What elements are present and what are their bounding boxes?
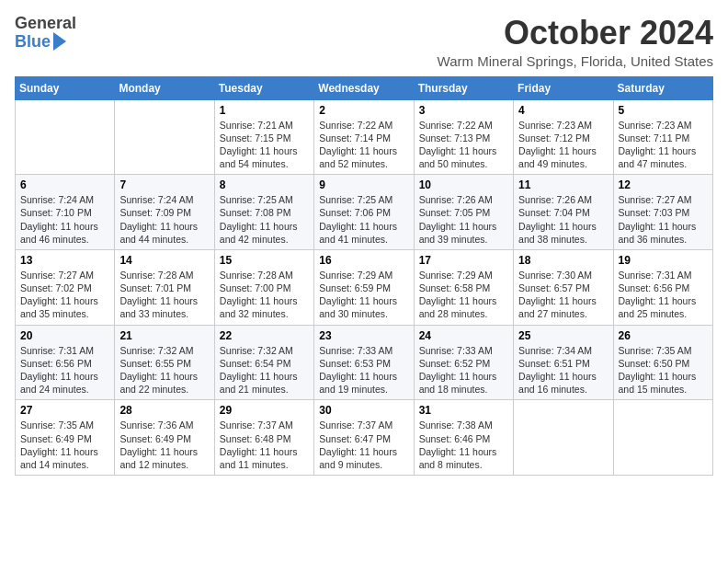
- day-number: 20: [20, 329, 109, 342]
- calendar-cell: 1Sunrise: 7:21 AMSunset: 7:15 PMDaylight…: [214, 99, 313, 175]
- calendar-header: Sunday Monday Tuesday Wednesday Thursday…: [16, 76, 713, 99]
- day-info: Sunrise: 7:26 AMSunset: 7:04 PMDaylight:…: [518, 193, 608, 246]
- day-info: Sunrise: 7:25 AMSunset: 7:08 PMDaylight:…: [220, 193, 309, 246]
- col-saturday: Saturday: [613, 76, 712, 99]
- day-number: 27: [20, 404, 109, 417]
- calendar-cell: 7Sunrise: 7:24 AMSunset: 7:09 PMDaylight…: [115, 175, 214, 250]
- day-info: Sunrise: 7:21 AMSunset: 7:15 PMDaylight:…: [220, 119, 309, 171]
- day-info: Sunrise: 7:22 AMSunset: 7:14 PMDaylight:…: [319, 119, 408, 171]
- day-number: 14: [119, 254, 209, 267]
- calendar-cell: 19Sunrise: 7:31 AMSunset: 6:56 PMDayligh…: [613, 249, 712, 325]
- day-number: 23: [319, 329, 408, 342]
- calendar-week-4: 20Sunrise: 7:31 AMSunset: 6:56 PMDayligh…: [16, 325, 713, 400]
- day-number: 28: [119, 404, 209, 417]
- calendar-week-3: 13Sunrise: 7:27 AMSunset: 7:02 PMDayligh…: [16, 249, 713, 325]
- calendar-cell: 14Sunrise: 7:28 AMSunset: 7:01 PMDayligh…: [115, 249, 214, 325]
- day-info: Sunrise: 7:28 AMSunset: 7:00 PMDaylight:…: [220, 269, 309, 321]
- day-number: 13: [20, 254, 109, 267]
- calendar-cell: 21Sunrise: 7:32 AMSunset: 6:55 PMDayligh…: [115, 325, 214, 400]
- day-number: 3: [419, 104, 508, 117]
- day-number: 31: [419, 404, 508, 417]
- calendar-week-5: 27Sunrise: 7:35 AMSunset: 6:49 PMDayligh…: [16, 400, 713, 476]
- calendar-cell: 4Sunrise: 7:23 AMSunset: 7:12 PMDaylight…: [514, 99, 613, 175]
- day-number: 17: [419, 254, 508, 267]
- day-number: 15: [220, 254, 309, 267]
- calendar-cell: 31Sunrise: 7:38 AMSunset: 6:46 PMDayligh…: [414, 400, 513, 476]
- day-info: Sunrise: 7:30 AMSunset: 6:57 PMDaylight:…: [518, 269, 608, 321]
- day-number: 9: [319, 178, 408, 191]
- calendar-cell: 17Sunrise: 7:29 AMSunset: 6:58 PMDayligh…: [414, 249, 513, 325]
- day-number: 18: [518, 254, 608, 267]
- calendar-cell: [613, 400, 712, 476]
- calendar-week-2: 6Sunrise: 7:24 AMSunset: 7:10 PMDaylight…: [16, 175, 713, 250]
- day-info: Sunrise: 7:38 AMSunset: 6:46 PMDaylight:…: [419, 419, 508, 471]
- day-info: Sunrise: 7:37 AMSunset: 6:47 PMDaylight:…: [319, 419, 408, 471]
- col-tuesday: Tuesday: [214, 76, 313, 99]
- day-info: Sunrise: 7:32 AMSunset: 6:54 PMDaylight:…: [220, 344, 309, 396]
- month-title: October 2024: [438, 15, 713, 52]
- calendar-cell: 6Sunrise: 7:24 AMSunset: 7:10 PMDaylight…: [16, 175, 115, 250]
- logo-general: General: [15, 15, 76, 33]
- location-subtitle: Warm Mineral Springs, Florida, United St…: [438, 53, 713, 69]
- calendar-cell: 23Sunrise: 7:33 AMSunset: 6:53 PMDayligh…: [314, 325, 414, 400]
- calendar-cell: 22Sunrise: 7:32 AMSunset: 6:54 PMDayligh…: [214, 325, 313, 400]
- day-info: Sunrise: 7:24 AMSunset: 7:09 PMDaylight:…: [119, 193, 209, 246]
- page-header: General Blue October 2024 Warm Mineral S…: [15, 15, 713, 69]
- calendar-cell: 27Sunrise: 7:35 AMSunset: 6:49 PMDayligh…: [16, 400, 115, 476]
- day-info: Sunrise: 7:29 AMSunset: 6:58 PMDaylight:…: [419, 269, 508, 321]
- calendar-cell: [115, 99, 214, 175]
- day-number: 4: [518, 104, 608, 117]
- day-info: Sunrise: 7:29 AMSunset: 6:59 PMDaylight:…: [319, 269, 408, 321]
- day-number: 26: [619, 329, 708, 342]
- calendar-cell: [16, 99, 115, 175]
- calendar-cell: 28Sunrise: 7:36 AMSunset: 6:49 PMDayligh…: [115, 400, 214, 476]
- day-number: 29: [220, 404, 309, 417]
- logo: General Blue: [15, 15, 76, 52]
- calendar-cell: 24Sunrise: 7:33 AMSunset: 6:52 PMDayligh…: [414, 325, 513, 400]
- day-number: 5: [619, 104, 708, 117]
- day-info: Sunrise: 7:26 AMSunset: 7:05 PMDaylight:…: [419, 193, 508, 246]
- logo-arrow-icon: [53, 32, 66, 51]
- col-wednesday: Wednesday: [314, 76, 414, 99]
- calendar-cell: 9Sunrise: 7:25 AMSunset: 7:06 PMDaylight…: [314, 175, 414, 250]
- day-info: Sunrise: 7:24 AMSunset: 7:10 PMDaylight:…: [20, 193, 109, 246]
- day-info: Sunrise: 7:37 AMSunset: 6:48 PMDaylight:…: [220, 419, 309, 471]
- col-sunday: Sunday: [16, 76, 115, 99]
- day-number: 8: [220, 178, 309, 191]
- calendar-cell: 3Sunrise: 7:22 AMSunset: 7:13 PMDaylight…: [414, 99, 513, 175]
- day-info: Sunrise: 7:22 AMSunset: 7:13 PMDaylight:…: [419, 119, 508, 171]
- day-info: Sunrise: 7:25 AMSunset: 7:06 PMDaylight:…: [319, 193, 408, 246]
- calendar-cell: 20Sunrise: 7:31 AMSunset: 6:56 PMDayligh…: [16, 325, 115, 400]
- title-block: October 2024 Warm Mineral Springs, Flori…: [438, 15, 713, 69]
- calendar-cell: 16Sunrise: 7:29 AMSunset: 6:59 PMDayligh…: [314, 249, 414, 325]
- day-number: 22: [220, 329, 309, 342]
- day-info: Sunrise: 7:34 AMSunset: 6:51 PMDaylight:…: [518, 344, 608, 396]
- col-friday: Friday: [514, 76, 613, 99]
- calendar-cell: 13Sunrise: 7:27 AMSunset: 7:02 PMDayligh…: [16, 249, 115, 325]
- calendar-cell: 2Sunrise: 7:22 AMSunset: 7:14 PMDaylight…: [314, 99, 414, 175]
- col-monday: Monday: [115, 76, 214, 99]
- day-info: Sunrise: 7:23 AMSunset: 7:11 PMDaylight:…: [619, 119, 708, 171]
- day-info: Sunrise: 7:28 AMSunset: 7:01 PMDaylight:…: [119, 269, 209, 321]
- calendar-cell: 18Sunrise: 7:30 AMSunset: 6:57 PMDayligh…: [514, 249, 613, 325]
- day-info: Sunrise: 7:36 AMSunset: 6:49 PMDaylight:…: [119, 419, 209, 471]
- day-number: 7: [119, 178, 209, 191]
- logo-blue: Blue: [15, 33, 51, 52]
- calendar-body: 1Sunrise: 7:21 AMSunset: 7:15 PMDaylight…: [16, 99, 713, 475]
- day-info: Sunrise: 7:31 AMSunset: 6:56 PMDaylight:…: [20, 344, 109, 396]
- calendar-cell: 15Sunrise: 7:28 AMSunset: 7:00 PMDayligh…: [214, 249, 313, 325]
- day-number: 19: [619, 254, 708, 267]
- calendar-cell: 11Sunrise: 7:26 AMSunset: 7:04 PMDayligh…: [514, 175, 613, 250]
- calendar-cell: 5Sunrise: 7:23 AMSunset: 7:11 PMDaylight…: [613, 99, 712, 175]
- day-info: Sunrise: 7:33 AMSunset: 6:53 PMDaylight:…: [319, 344, 408, 396]
- calendar-cell: 8Sunrise: 7:25 AMSunset: 7:08 PMDaylight…: [214, 175, 313, 250]
- day-info: Sunrise: 7:27 AMSunset: 7:03 PMDaylight:…: [619, 193, 708, 246]
- calendar-cell: 30Sunrise: 7:37 AMSunset: 6:47 PMDayligh…: [314, 400, 414, 476]
- calendar-cell: 25Sunrise: 7:34 AMSunset: 6:51 PMDayligh…: [514, 325, 613, 400]
- day-info: Sunrise: 7:35 AMSunset: 6:50 PMDaylight:…: [619, 344, 708, 396]
- day-info: Sunrise: 7:32 AMSunset: 6:55 PMDaylight:…: [119, 344, 209, 396]
- day-number: 25: [518, 329, 608, 342]
- day-number: 21: [119, 329, 209, 342]
- calendar-cell: 29Sunrise: 7:37 AMSunset: 6:48 PMDayligh…: [214, 400, 313, 476]
- day-number: 10: [419, 178, 508, 191]
